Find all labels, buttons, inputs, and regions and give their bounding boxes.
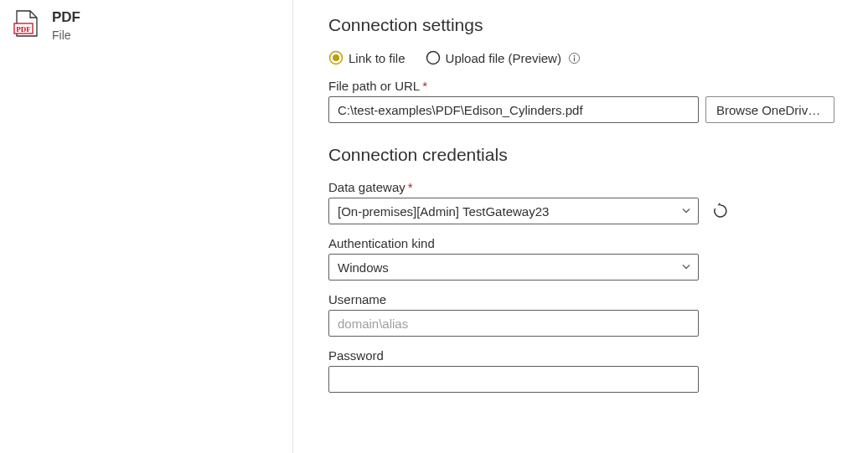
- right-panel: Connection settings Link to file Upload …: [293, 0, 868, 453]
- svg-rect-7: [574, 57, 575, 61]
- svg-point-4: [426, 52, 439, 64]
- connection-settings-heading: Connection settings: [328, 15, 843, 35]
- username-label: Username: [328, 292, 843, 306]
- radio-link-label: Link to file: [349, 51, 406, 65]
- data-gateway-value: [On-premises][Admin] TestGateway23: [338, 204, 549, 219]
- data-gateway-select[interactable]: [On-premises][Admin] TestGateway23: [328, 198, 699, 224]
- radio-upload-label: Upload file (Preview): [446, 51, 561, 65]
- chevron-down-icon: [681, 260, 691, 275]
- password-label: Password: [328, 348, 843, 363]
- required-asterisk: *: [422, 79, 427, 93]
- connection-mode-radio-group: Link to file Upload file (Preview): [328, 50, 843, 65]
- auth-kind-select[interactable]: Windows: [328, 254, 699, 281]
- radio-upload-file[interactable]: Upload file (Preview): [426, 50, 581, 65]
- auth-kind-value: Windows: [338, 260, 389, 275]
- connector-header: PDF File: [52, 8, 80, 43]
- file-path-label: File path or URL*: [328, 79, 843, 93]
- connector-title: PDF: [52, 8, 80, 27]
- info-icon[interactable]: [568, 52, 581, 64]
- file-path-input[interactable]: [328, 96, 699, 123]
- svg-point-6: [574, 54, 576, 56]
- chevron-down-icon: [681, 204, 691, 219]
- pdf-file-icon: PDF: [13, 10, 40, 39]
- password-input[interactable]: [328, 366, 699, 393]
- username-input[interactable]: [328, 310, 699, 337]
- svg-point-3: [333, 54, 339, 61]
- radio-unselected-icon: [426, 50, 441, 65]
- data-gateway-label: Data gateway*: [328, 180, 843, 194]
- radio-link-to-file[interactable]: Link to file: [328, 50, 406, 65]
- connection-credentials-heading: Connection credentials: [328, 145, 843, 165]
- radio-selected-icon: [328, 50, 344, 65]
- auth-kind-label: Authentication kind: [328, 236, 843, 250]
- refresh-icon[interactable]: [712, 203, 729, 219]
- required-asterisk: *: [408, 180, 413, 194]
- browse-onedrive-button[interactable]: Browse OneDrive...: [705, 96, 834, 123]
- connector-subtitle: File: [52, 28, 80, 43]
- left-panel: PDF PDF File: [0, 0, 293, 453]
- svg-text:PDF: PDF: [16, 25, 31, 33]
